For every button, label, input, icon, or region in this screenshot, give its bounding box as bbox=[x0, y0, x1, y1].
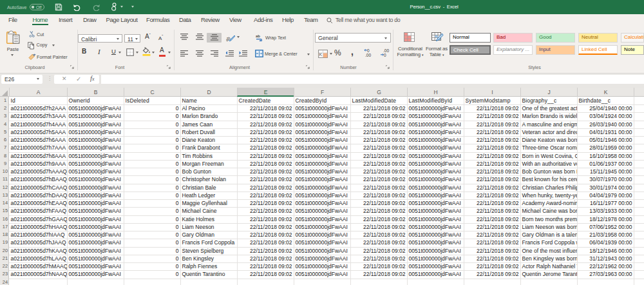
svg-text:.00: .00 bbox=[365, 53, 371, 57]
svg-text:K: K bbox=[319, 52, 323, 57]
svg-text:0: 0 bbox=[367, 48, 370, 53]
svg-text:0: 0 bbox=[384, 53, 386, 57]
svg-text:.00: .00 bbox=[383, 48, 389, 53]
svg-text:ab: ab bbox=[256, 34, 260, 38]
